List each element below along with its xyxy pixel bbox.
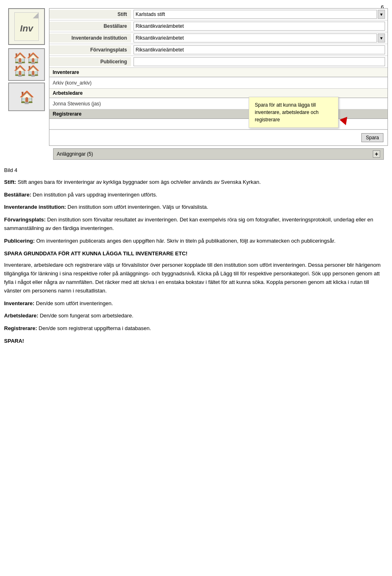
- content-area: Bild 4 Stift: Stift anges bara för inven…: [4, 166, 388, 346]
- bestallare-para: Beställare: Den institution på vars uppd…: [4, 191, 388, 199]
- publicering-input[interactable]: [134, 57, 385, 66]
- stift-input[interactable]: [134, 10, 377, 19]
- publicering-para: Publicering: Om inventeringen publicerat…: [4, 237, 388, 246]
- document-icon: Inv: [8, 8, 45, 45]
- inventerande-input[interactable]: [134, 33, 377, 42]
- publicering-para-bold: Publicering:: [4, 238, 35, 244]
- houses-icon: 🏠🏠🏠🏠: [8, 48, 45, 81]
- inventerare-sub-value: Arkiv (konv_arkiv): [49, 79, 95, 87]
- anlaggningar-bar: Anläggningar (5) +: [53, 148, 384, 160]
- form-panel: Stift ▼ Beställare Inventerande institut…: [49, 8, 388, 160]
- inventerande-label: Inventerande institution: [49, 33, 131, 42]
- stift-dropdown-arrow[interactable]: ▼: [378, 10, 385, 19]
- inventerare-sub-row: Arkiv (konv_arkiv): [49, 77, 388, 89]
- forvaringsplats-label: Förvaringsplats: [49, 45, 131, 54]
- bild-label: Bild 4: [4, 166, 388, 175]
- add-anlaggning-button[interactable]: +: [373, 150, 380, 158]
- registrerare-def-para: Registrerare: Den/de som registrerat upp…: [4, 324, 388, 333]
- inventerande-para-text: Den institution som utfört inventeringen…: [66, 204, 208, 210]
- stift-para-text: Stift anges bara för inventeringar av ky…: [16, 179, 261, 185]
- bestallare-para-bold: Beställare:: [4, 192, 31, 198]
- stift-input-wrapper[interactable]: ▼: [134, 10, 385, 19]
- stift-row: Stift ▼: [49, 9, 388, 20]
- arbetsledare-def-para: Arbetsledare: Den/de som fungerat som ar…: [4, 312, 388, 320]
- inventerande-field: ▼: [131, 32, 388, 44]
- spara-final-text: SPARA!: [4, 338, 24, 344]
- arbetsledare-sub-value: Jonna Stewenius (jas): [49, 100, 104, 108]
- publicering-row: Publicering: [49, 56, 388, 68]
- inventerare-def-para: Inventerare: Den/de som utfört inventeri…: [4, 299, 388, 308]
- house-icon: 🏠: [8, 83, 45, 111]
- inventerare-section-header: Inventerare: [49, 68, 388, 77]
- form-fields: Stift ▼ Beställare Inventerande institut…: [49, 8, 388, 146]
- inventerande-dropdown-arrow[interactable]: ▼: [378, 33, 385, 42]
- bestallare-input[interactable]: [134, 22, 385, 31]
- registrerare-sub-value: [49, 123, 56, 125]
- anlaggningar-label: Anläggningar (5): [57, 151, 93, 157]
- forvaringsplats-row: Förvaringsplats: [49, 44, 388, 56]
- bestallare-field: [131, 20, 388, 32]
- publicering-field: [131, 56, 388, 67]
- publicering-para-text: Om inventeringen publicerats anges den u…: [35, 238, 335, 244]
- spara-title: SPARA GRUNDDATA FÖR ATT KUNNA LÄGGA TILL…: [4, 250, 388, 258]
- inventerare-def-text: Den/de som utfört inventeringen.: [34, 300, 113, 306]
- spara-final: SPARA!: [4, 337, 388, 346]
- doc-icon-text: Inv: [20, 23, 33, 34]
- forvaringsplats-input[interactable]: [134, 45, 385, 54]
- publicering-label: Publicering: [49, 57, 131, 66]
- stift-para-bold: Stift:: [4, 179, 16, 185]
- forvaringsplats-para: Förvaringsplats: Den institution som för…: [4, 216, 388, 233]
- inventerare-def-bold: Inventerare:: [4, 300, 34, 306]
- spara-row: Spara: [49, 129, 388, 145]
- registrerare-def-bold: Registrerare:: [4, 325, 37, 331]
- arbetsledare-def-text: Den/de som fungerat som arbetsledare.: [38, 313, 134, 319]
- inventerande-para: Inventerande institution: Den institutio…: [4, 203, 388, 212]
- left-icons-column: Inv 🏠🏠🏠🏠 🏠: [4, 8, 49, 160]
- stift-para: Stift: Stift anges bara för inventeringa…: [4, 178, 388, 187]
- tooltip-box: Spara för att kunna lägga till inventera…: [249, 97, 339, 128]
- stift-label: Stift: [49, 10, 131, 19]
- tooltip-text: Spara för att kunna lägga till inventera…: [255, 102, 318, 123]
- forvaringsplats-field: [131, 44, 388, 56]
- inventerande-para-bold: Inventerande institution:: [4, 204, 66, 210]
- inventerande-row: Inventerande institution ▼: [49, 32, 388, 44]
- inventerande-input-wrapper[interactable]: ▼: [134, 33, 385, 42]
- stift-field: ▼: [131, 9, 388, 20]
- tooltip-container: Arbetsledare Jonna Stewenius (jas) Spara…: [49, 89, 388, 145]
- bestallare-row: Beställare: [49, 20, 388, 32]
- spara-button[interactable]: Spara: [361, 133, 383, 142]
- bestallare-label: Beställare: [49, 22, 131, 31]
- registrerare-def-text: Den/de som registrerat uppgifterna i dat…: [37, 325, 151, 331]
- forvaringsplats-para-bold: Förvaringsplats:: [4, 217, 46, 223]
- bestallare-para-text: Den institution på vars uppdrag inventer…: [31, 192, 157, 198]
- forvaringsplats-para-text: Den institution som förvaltar resultatet…: [4, 217, 373, 231]
- arbetsledare-def-bold: Arbetsledare:: [4, 313, 38, 319]
- spara-para: Inventerare, arbetsledare och registrera…: [4, 261, 388, 295]
